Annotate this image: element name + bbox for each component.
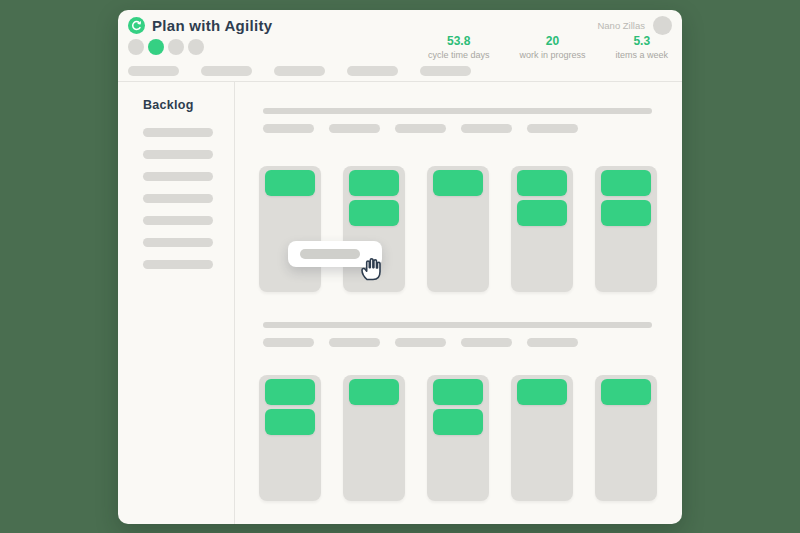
board-section (236, 322, 682, 501)
section-title-placeholder (263, 108, 652, 114)
sidebar-item-list (143, 128, 234, 269)
column-header-placeholder (527, 338, 578, 347)
task-card[interactable] (433, 379, 483, 405)
task-card[interactable] (349, 379, 399, 405)
task-card[interactable] (433, 170, 483, 196)
sidebar-item-placeholder[interactable] (143, 216, 213, 225)
nav-tab-placeholder[interactable] (274, 66, 325, 76)
task-card[interactable] (349, 170, 399, 196)
task-card[interactable] (433, 409, 483, 435)
task-card[interactable] (601, 170, 651, 196)
task-card[interactable] (601, 379, 651, 405)
stats-row: 53.8cycle time days20work in progress5.3… (428, 34, 668, 60)
stat-label: work in progress (519, 50, 585, 60)
column-header-placeholder (395, 338, 446, 347)
stat-block: 53.8cycle time days (428, 34, 490, 60)
header-middle-row: 53.8cycle time days20work in progress5.3… (128, 34, 668, 60)
column-header-placeholder (395, 124, 446, 133)
app-window: Plan with Agility Nano Zillas 53.8cycle … (118, 10, 682, 524)
nav-tab-placeholder[interactable] (420, 66, 471, 76)
task-card[interactable] (601, 200, 651, 226)
sidebar-item-placeholder[interactable] (143, 238, 213, 247)
sidebar-title: Backlog (143, 98, 234, 112)
stat-label: items a week (615, 50, 668, 60)
sidebar: Backlog (118, 82, 235, 524)
kanban-column[interactable] (511, 166, 573, 292)
app-body: Backlog (118, 82, 682, 524)
kanban-column[interactable] (427, 166, 489, 292)
kanban-column[interactable] (259, 166, 321, 292)
kanban-column[interactable] (427, 375, 489, 501)
sidebar-item-placeholder[interactable] (143, 194, 213, 203)
task-card[interactable] (517, 170, 567, 196)
header-top-row: Plan with Agility Nano Zillas (128, 14, 672, 36)
column-header-row (263, 124, 682, 133)
stat-value: 53.8 (428, 34, 490, 48)
nav-tab-placeholder[interactable] (347, 66, 398, 76)
stat-block: 5.3items a week (615, 34, 668, 60)
nav-tabs (128, 66, 471, 76)
task-card[interactable] (265, 170, 315, 196)
stat-value: 20 (519, 34, 585, 48)
progress-dot[interactable] (148, 39, 164, 55)
task-card[interactable] (517, 200, 567, 226)
kanban-column[interactable] (595, 166, 657, 292)
column-header-placeholder (263, 124, 314, 133)
kanban-column[interactable] (511, 375, 573, 501)
brand: Plan with Agility (128, 17, 272, 34)
column-header-placeholder (461, 124, 512, 133)
sidebar-item-placeholder[interactable] (143, 150, 213, 159)
user-name: Nano Zillas (597, 20, 645, 31)
progress-dot[interactable] (128, 39, 144, 55)
stat-block: 20work in progress (519, 34, 585, 60)
cycle-icon (128, 17, 145, 34)
progress-dot[interactable] (188, 39, 204, 55)
kanban-column[interactable] (259, 375, 321, 501)
stat-label: cycle time days (428, 50, 490, 60)
sidebar-item-placeholder[interactable] (143, 128, 213, 137)
sidebar-item-placeholder[interactable] (143, 260, 213, 269)
user-menu[interactable]: Nano Zillas (597, 16, 672, 35)
column-header-placeholder (329, 124, 380, 133)
page-background: Plan with Agility Nano Zillas 53.8cycle … (0, 0, 800, 533)
task-card[interactable] (517, 379, 567, 405)
kanban-column[interactable] (343, 375, 405, 501)
app-title: Plan with Agility (152, 17, 272, 34)
nav-tab-placeholder[interactable] (128, 66, 179, 76)
grab-hand-icon (356, 252, 388, 282)
task-card[interactable] (349, 200, 399, 226)
nav-tab-placeholder[interactable] (201, 66, 252, 76)
column-row (259, 166, 682, 292)
progress-dot[interactable] (168, 39, 184, 55)
column-header-placeholder (263, 338, 314, 347)
column-header-placeholder (527, 124, 578, 133)
kanban-column[interactable] (595, 375, 657, 501)
avatar[interactable] (653, 16, 672, 35)
column-header-placeholder (461, 338, 512, 347)
kanban-board (236, 82, 682, 524)
task-card[interactable] (265, 379, 315, 405)
stat-value: 5.3 (615, 34, 668, 48)
sidebar-item-placeholder[interactable] (143, 172, 213, 181)
column-header-placeholder (329, 338, 380, 347)
progress-dots (128, 39, 204, 55)
column-header-row (263, 338, 682, 347)
column-row (259, 375, 682, 501)
section-title-placeholder (263, 322, 652, 328)
task-card[interactable] (265, 409, 315, 435)
dragged-card-text-placeholder (300, 249, 360, 259)
app-header: Plan with Agility Nano Zillas 53.8cycle … (118, 10, 682, 82)
